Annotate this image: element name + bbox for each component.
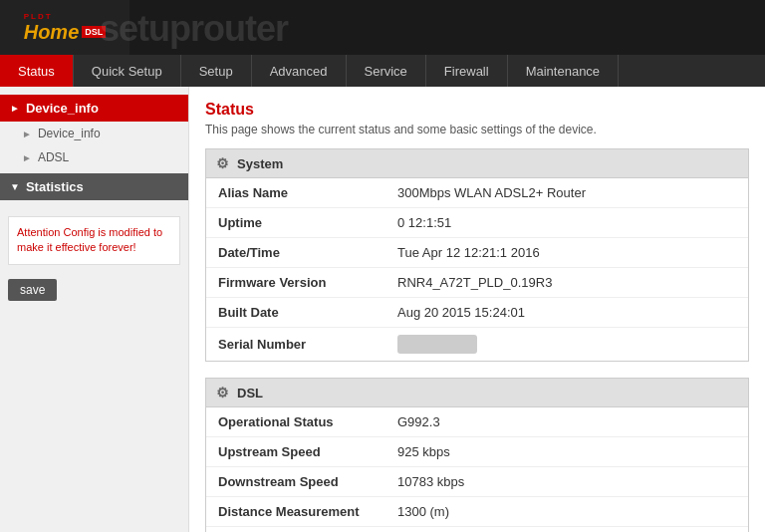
system-table: Alias Name 300Mbps WLAN ADSL2+ Router Up…	[206, 178, 748, 361]
value-distance: 1300 (m)	[385, 497, 748, 527]
dsl-table: Operational Status G992.3 Upstream Speed…	[206, 407, 748, 532]
arrow-icon-stats: ▼	[10, 181, 20, 192]
label-datetime: Date/Time	[206, 238, 385, 268]
sidebar-section-label-statistics: Statistics	[26, 179, 84, 194]
nav-item-maintenance[interactable]: Maintenance	[508, 55, 619, 87]
content-area: Status This page shows the current statu…	[189, 87, 765, 532]
value-uptime: 0 12:1:51	[385, 208, 748, 238]
sidebar-link-label-device-info: Device_info	[38, 127, 101, 140]
logo-area: PLDT Home DSL	[0, 0, 129, 55]
sidebar-notice: Attention Config is modified to make it …	[8, 216, 180, 265]
system-section: ⚙ System Alias Name 300Mbps WLAN ADSL2+ …	[205, 148, 749, 362]
pldt-text: PLDT	[24, 12, 107, 21]
value-alias-name: 300Mbps WLAN ADSL2+ Router	[385, 178, 748, 208]
label-dsl-uptime: DSL Up Time	[206, 527, 385, 533]
sidebar-header-statistics[interactable]: ▼ Statistics	[0, 173, 188, 200]
value-datetime: Tue Apr 12 12:21:1 2016	[385, 238, 748, 268]
table-row: Serial Number	[206, 328, 748, 362]
value-serial	[385, 328, 748, 362]
table-row: Distance Measurement 1300 (m)	[206, 497, 748, 527]
table-row: Uptime 0 12:1:51	[206, 208, 748, 238]
sidebar-header-device-info[interactable]: ► Device_info	[0, 95, 188, 122]
header: PLDT Home DSL setuprouter	[0, 0, 765, 55]
sidebar-link-label-adsl: ADSL	[38, 150, 69, 164]
arrow-icon: ►	[10, 103, 20, 114]
label-firmware: Firmware Version	[206, 268, 385, 298]
serial-blurred	[397, 335, 477, 354]
table-row: Alias Name 300Mbps WLAN ADSL2+ Router	[206, 178, 748, 208]
bullet-icon-adsl: ►	[22, 152, 32, 163]
dsl-section-title: DSL	[237, 386, 263, 400]
label-operational-status: Operational Status	[206, 407, 385, 437]
gear-icon-system: ⚙	[216, 155, 229, 171]
sidebar-section-device-info: ► Device_info ► Device_info ► ADSL	[0, 95, 188, 169]
nav-item-status[interactable]: Status	[0, 55, 74, 87]
table-row: Built Date Aug 20 2015 15:24:01	[206, 298, 748, 328]
table-row: Operational Status G992.3	[206, 407, 748, 437]
bullet-icon: ►	[22, 129, 32, 139]
table-row: Date/Time Tue Apr 12 12:21:1 2016	[206, 238, 748, 268]
value-operational-status: G992.3	[385, 407, 748, 437]
table-row: Firmware Version RNR4_A72T_PLD_0.19R3	[206, 268, 748, 298]
label-uptime: Uptime	[206, 208, 385, 238]
page-title: Status	[205, 101, 749, 119]
value-upstream-speed: 925 kbps	[385, 437, 748, 467]
nav-item-service[interactable]: Service	[347, 55, 426, 87]
nav-item-quick-setup[interactable]: Quick Setup	[74, 55, 181, 87]
gear-icon-dsl: ⚙	[216, 385, 229, 400]
value-downstream-speed: 10783 kbps	[385, 467, 748, 497]
table-row: DSL Up Time 0 11:58:9	[206, 527, 748, 533]
logo-box: PLDT Home DSL	[24, 12, 107, 44]
dsl-badge: DSL	[82, 26, 106, 38]
dsl-section-header: ⚙ DSL	[206, 379, 748, 407]
table-row: Upstream Speed 925 kbps	[206, 437, 748, 467]
home-text: Home	[24, 21, 80, 44]
dsl-section: ⚙ DSL Operational Status G992.3 Upstream…	[205, 378, 749, 532]
value-built-date: Aug 20 2015 15:24:01	[385, 298, 748, 328]
nav-item-setup[interactable]: Setup	[181, 55, 252, 87]
sidebar-link-adsl[interactable]: ► ADSL	[0, 145, 188, 169]
table-row: Downstream Speed 10783 kbps	[206, 467, 748, 497]
label-distance: Distance Measurement	[206, 497, 385, 527]
label-built-date: Built Date	[206, 298, 385, 328]
sidebar: ► Device_info ► Device_info ► ADSL ▼ Sta…	[0, 87, 189, 532]
nav-item-firewall[interactable]: Firewall	[426, 55, 508, 87]
system-section-title: System	[237, 156, 283, 171]
save-button[interactable]: save	[8, 279, 57, 301]
nav-item-advanced[interactable]: Advanced	[252, 55, 347, 87]
value-firmware: RNR4_A72T_PLD_0.19R3	[385, 268, 748, 298]
label-alias-name: Alias Name	[206, 178, 385, 208]
page-description: This page shows the current status and s…	[205, 123, 749, 136]
value-dsl-uptime: 0 11:58:9	[385, 527, 748, 533]
sidebar-link-device-info[interactable]: ► Device_info	[0, 122, 188, 145]
main-layout: ► Device_info ► Device_info ► ADSL ▼ Sta…	[0, 87, 765, 532]
sidebar-section-statistics: ▼ Statistics	[0, 173, 188, 200]
label-upstream-speed: Upstream Speed	[206, 437, 385, 467]
sidebar-section-label-device-info: Device_info	[26, 101, 99, 116]
label-downstream-speed: Downstream Speed	[206, 467, 385, 497]
navigation: Status Quick Setup Setup Advanced Servic…	[0, 55, 765, 87]
label-serial: Serial Number	[206, 328, 385, 362]
system-section-header: ⚙ System	[206, 149, 748, 178]
